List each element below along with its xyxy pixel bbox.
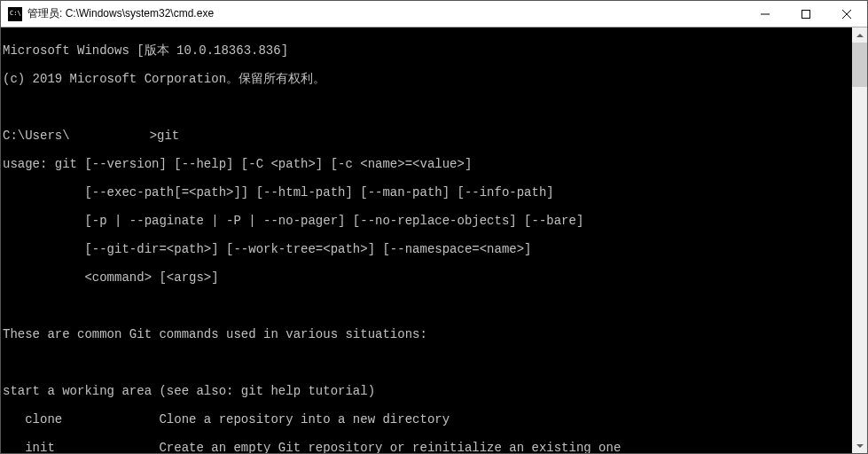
maximize-button[interactable] xyxy=(786,1,826,27)
output-line: [--exec-path[=<path>]] [--html-path] [--… xyxy=(3,185,621,200)
prompt-prefix: C:\Users\ xyxy=(3,129,70,143)
output-line: [--git-dir=<path>] [--work-tree=<path>] … xyxy=(3,242,621,256)
output-line: [-p | --paginate | -P | --no-pager] [--n… xyxy=(3,214,621,228)
output-line: Microsoft Windows [版本 10.0.18363.836] xyxy=(3,43,621,58)
cmd-icon xyxy=(8,7,22,21)
terminal-output: Microsoft Windows [版本 10.0.18363.836] (c… xyxy=(1,27,621,453)
window-controls xyxy=(745,1,867,27)
maximize-icon xyxy=(802,10,810,19)
output-line: clone Clone a repository into a new dire… xyxy=(3,412,621,427)
output-line: start a working area (see also: git help… xyxy=(3,384,621,398)
output-line: init Create an empty Git repository or r… xyxy=(3,441,621,453)
minimize-icon xyxy=(761,10,770,19)
output-line: These are common Git commands used in va… xyxy=(3,327,621,341)
prompt-command: >git xyxy=(150,129,180,143)
svg-rect-1 xyxy=(802,10,810,18)
scroll-up-button[interactable] xyxy=(852,27,867,43)
prompt-line: C:\Users\>git xyxy=(3,129,621,143)
scroll-thumb[interactable] xyxy=(852,43,867,87)
output-line: usage: git [--version] [--help] [-C <pat… xyxy=(3,157,621,171)
output-line xyxy=(3,299,621,313)
output-line xyxy=(3,356,621,370)
close-button[interactable] xyxy=(826,1,867,27)
close-icon xyxy=(842,10,851,19)
output-line: <command> [<args>] xyxy=(3,270,621,285)
window-title: 管理员: C:\Windows\system32\cmd.exe xyxy=(27,6,745,21)
redacted-username xyxy=(70,128,150,140)
output-line xyxy=(3,100,621,114)
minimize-button[interactable] xyxy=(745,1,786,27)
terminal-area[interactable]: Microsoft Windows [版本 10.0.18363.836] (c… xyxy=(1,27,867,453)
vertical-scrollbar[interactable] xyxy=(852,27,867,453)
window-titlebar: 管理员: C:\Windows\system32\cmd.exe xyxy=(1,1,867,27)
scroll-down-button[interactable] xyxy=(852,438,867,453)
output-line: (c) 2019 Microsoft Corporation。保留所有权利。 xyxy=(3,72,621,86)
